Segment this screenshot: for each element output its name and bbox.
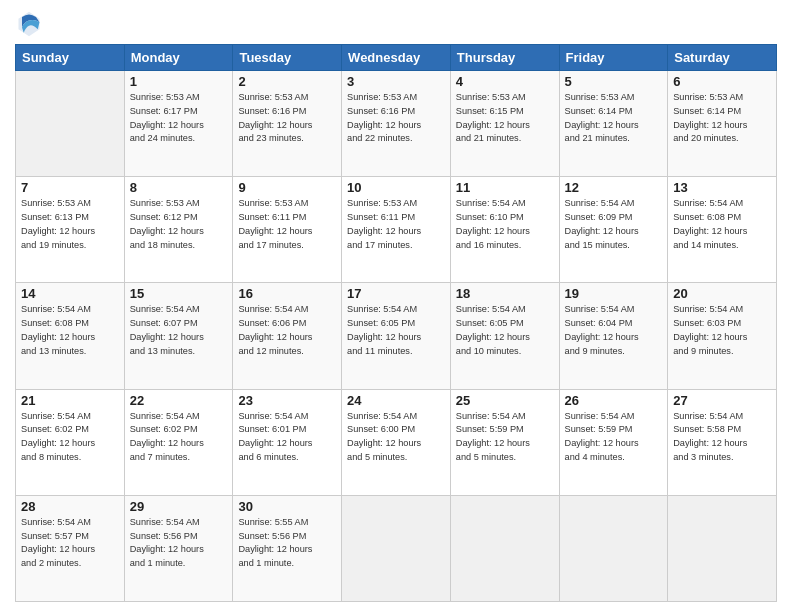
day-number: 8: [130, 180, 228, 195]
weekday-header: Monday: [124, 45, 233, 71]
page: SundayMondayTuesdayWednesdayThursdayFrid…: [0, 0, 792, 612]
day-info: Sunrise: 5:55 AMSunset: 5:56 PMDaylight:…: [238, 516, 336, 571]
day-number: 16: [238, 286, 336, 301]
calendar-table: SundayMondayTuesdayWednesdayThursdayFrid…: [15, 44, 777, 602]
day-info: Sunrise: 5:53 AMSunset: 6:13 PMDaylight:…: [21, 197, 119, 252]
calendar-cell: 14Sunrise: 5:54 AMSunset: 6:08 PMDayligh…: [16, 283, 125, 389]
calendar-cell: 12Sunrise: 5:54 AMSunset: 6:09 PMDayligh…: [559, 177, 668, 283]
day-number: 28: [21, 499, 119, 514]
calendar-cell: 15Sunrise: 5:54 AMSunset: 6:07 PMDayligh…: [124, 283, 233, 389]
day-info: Sunrise: 5:53 AMSunset: 6:14 PMDaylight:…: [565, 91, 663, 146]
day-number: 30: [238, 499, 336, 514]
day-info: Sunrise: 5:54 AMSunset: 5:57 PMDaylight:…: [21, 516, 119, 571]
day-number: 2: [238, 74, 336, 89]
day-number: 24: [347, 393, 445, 408]
weekday-header: Sunday: [16, 45, 125, 71]
weekday-header: Saturday: [668, 45, 777, 71]
day-number: 21: [21, 393, 119, 408]
day-number: 3: [347, 74, 445, 89]
calendar-week-row: 21Sunrise: 5:54 AMSunset: 6:02 PMDayligh…: [16, 389, 777, 495]
day-number: 5: [565, 74, 663, 89]
weekday-header: Friday: [559, 45, 668, 71]
day-number: 12: [565, 180, 663, 195]
day-number: 22: [130, 393, 228, 408]
calendar-week-row: 7Sunrise: 5:53 AMSunset: 6:13 PMDaylight…: [16, 177, 777, 283]
calendar-cell: [342, 495, 451, 601]
day-number: 1: [130, 74, 228, 89]
day-info: Sunrise: 5:54 AMSunset: 6:02 PMDaylight:…: [21, 410, 119, 465]
day-info: Sunrise: 5:54 AMSunset: 6:05 PMDaylight:…: [347, 303, 445, 358]
day-number: 14: [21, 286, 119, 301]
day-info: Sunrise: 5:54 AMSunset: 6:05 PMDaylight:…: [456, 303, 554, 358]
calendar-cell: 10Sunrise: 5:53 AMSunset: 6:11 PMDayligh…: [342, 177, 451, 283]
header: [15, 10, 777, 38]
calendar-cell: [668, 495, 777, 601]
day-number: 13: [673, 180, 771, 195]
calendar-cell: [16, 71, 125, 177]
day-info: Sunrise: 5:54 AMSunset: 6:00 PMDaylight:…: [347, 410, 445, 465]
day-info: Sunrise: 5:53 AMSunset: 6:12 PMDaylight:…: [130, 197, 228, 252]
day-info: Sunrise: 5:54 AMSunset: 6:01 PMDaylight:…: [238, 410, 336, 465]
day-number: 27: [673, 393, 771, 408]
calendar-cell: 24Sunrise: 5:54 AMSunset: 6:00 PMDayligh…: [342, 389, 451, 495]
day-info: Sunrise: 5:54 AMSunset: 6:04 PMDaylight:…: [565, 303, 663, 358]
calendar-cell: 4Sunrise: 5:53 AMSunset: 6:15 PMDaylight…: [450, 71, 559, 177]
calendar-cell: 21Sunrise: 5:54 AMSunset: 6:02 PMDayligh…: [16, 389, 125, 495]
day-number: 18: [456, 286, 554, 301]
calendar-cell: 3Sunrise: 5:53 AMSunset: 6:16 PMDaylight…: [342, 71, 451, 177]
calendar-cell: 28Sunrise: 5:54 AMSunset: 5:57 PMDayligh…: [16, 495, 125, 601]
calendar-cell: 19Sunrise: 5:54 AMSunset: 6:04 PMDayligh…: [559, 283, 668, 389]
calendar-cell: 1Sunrise: 5:53 AMSunset: 6:17 PMDaylight…: [124, 71, 233, 177]
calendar-cell: [450, 495, 559, 601]
day-info: Sunrise: 5:53 AMSunset: 6:15 PMDaylight:…: [456, 91, 554, 146]
day-number: 25: [456, 393, 554, 408]
calendar-cell: 16Sunrise: 5:54 AMSunset: 6:06 PMDayligh…: [233, 283, 342, 389]
calendar-week-row: 14Sunrise: 5:54 AMSunset: 6:08 PMDayligh…: [16, 283, 777, 389]
calendar-cell: 25Sunrise: 5:54 AMSunset: 5:59 PMDayligh…: [450, 389, 559, 495]
calendar-cell: 30Sunrise: 5:55 AMSunset: 5:56 PMDayligh…: [233, 495, 342, 601]
calendar-cell: 27Sunrise: 5:54 AMSunset: 5:58 PMDayligh…: [668, 389, 777, 495]
day-info: Sunrise: 5:54 AMSunset: 6:03 PMDaylight:…: [673, 303, 771, 358]
day-number: 11: [456, 180, 554, 195]
day-number: 26: [565, 393, 663, 408]
calendar-cell: 11Sunrise: 5:54 AMSunset: 6:10 PMDayligh…: [450, 177, 559, 283]
calendar-cell: 22Sunrise: 5:54 AMSunset: 6:02 PMDayligh…: [124, 389, 233, 495]
day-number: 6: [673, 74, 771, 89]
day-number: 29: [130, 499, 228, 514]
weekday-header: Tuesday: [233, 45, 342, 71]
day-number: 9: [238, 180, 336, 195]
day-info: Sunrise: 5:54 AMSunset: 6:06 PMDaylight:…: [238, 303, 336, 358]
day-number: 10: [347, 180, 445, 195]
day-info: Sunrise: 5:53 AMSunset: 6:16 PMDaylight:…: [347, 91, 445, 146]
day-number: 7: [21, 180, 119, 195]
calendar-cell: 23Sunrise: 5:54 AMSunset: 6:01 PMDayligh…: [233, 389, 342, 495]
calendar-cell: 9Sunrise: 5:53 AMSunset: 6:11 PMDaylight…: [233, 177, 342, 283]
weekday-row: SundayMondayTuesdayWednesdayThursdayFrid…: [16, 45, 777, 71]
day-info: Sunrise: 5:54 AMSunset: 6:08 PMDaylight:…: [21, 303, 119, 358]
calendar-cell: 17Sunrise: 5:54 AMSunset: 6:05 PMDayligh…: [342, 283, 451, 389]
day-info: Sunrise: 5:53 AMSunset: 6:11 PMDaylight:…: [238, 197, 336, 252]
calendar-cell: 6Sunrise: 5:53 AMSunset: 6:14 PMDaylight…: [668, 71, 777, 177]
calendar-header: SundayMondayTuesdayWednesdayThursdayFrid…: [16, 45, 777, 71]
calendar-cell: 29Sunrise: 5:54 AMSunset: 5:56 PMDayligh…: [124, 495, 233, 601]
calendar-body: 1Sunrise: 5:53 AMSunset: 6:17 PMDaylight…: [16, 71, 777, 602]
calendar-cell: 13Sunrise: 5:54 AMSunset: 6:08 PMDayligh…: [668, 177, 777, 283]
day-number: 15: [130, 286, 228, 301]
calendar-cell: 7Sunrise: 5:53 AMSunset: 6:13 PMDaylight…: [16, 177, 125, 283]
weekday-header: Wednesday: [342, 45, 451, 71]
day-info: Sunrise: 5:54 AMSunset: 6:09 PMDaylight:…: [565, 197, 663, 252]
day-info: Sunrise: 5:54 AMSunset: 5:56 PMDaylight:…: [130, 516, 228, 571]
day-info: Sunrise: 5:54 AMSunset: 6:10 PMDaylight:…: [456, 197, 554, 252]
day-info: Sunrise: 5:54 AMSunset: 6:07 PMDaylight:…: [130, 303, 228, 358]
day-info: Sunrise: 5:53 AMSunset: 6:17 PMDaylight:…: [130, 91, 228, 146]
day-number: 4: [456, 74, 554, 89]
calendar-cell: 20Sunrise: 5:54 AMSunset: 6:03 PMDayligh…: [668, 283, 777, 389]
day-info: Sunrise: 5:54 AMSunset: 5:59 PMDaylight:…: [456, 410, 554, 465]
day-info: Sunrise: 5:53 AMSunset: 6:11 PMDaylight:…: [347, 197, 445, 252]
day-number: 20: [673, 286, 771, 301]
calendar-week-row: 1Sunrise: 5:53 AMSunset: 6:17 PMDaylight…: [16, 71, 777, 177]
day-info: Sunrise: 5:54 AMSunset: 6:08 PMDaylight:…: [673, 197, 771, 252]
calendar-cell: 18Sunrise: 5:54 AMSunset: 6:05 PMDayligh…: [450, 283, 559, 389]
weekday-header: Thursday: [450, 45, 559, 71]
day-number: 19: [565, 286, 663, 301]
